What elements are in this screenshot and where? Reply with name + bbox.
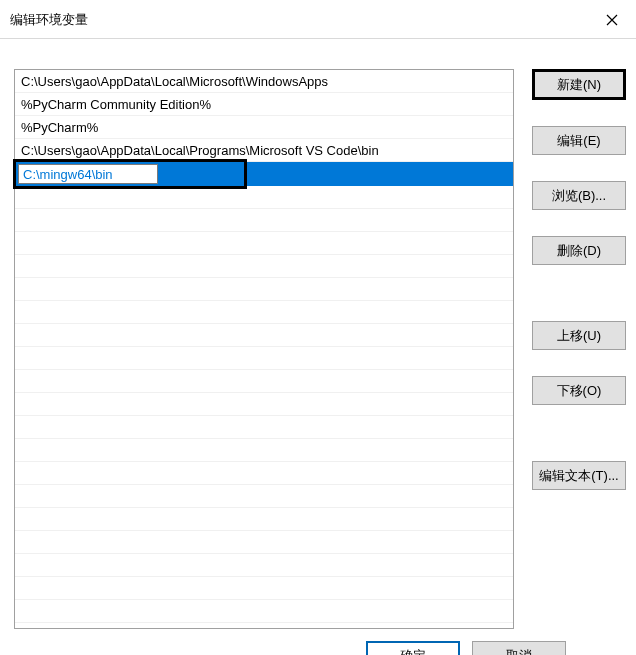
list-item-editing[interactable] [15,162,513,186]
list-item-empty[interactable] [15,577,513,600]
list-item[interactable]: %PyCharm Community Edition% [15,93,513,116]
list-item-empty[interactable] [15,209,513,232]
path-edit-input[interactable] [18,164,158,184]
list-item-empty[interactable] [15,508,513,531]
close-button[interactable] [598,8,626,32]
list-item-empty[interactable] [15,600,513,623]
list-item[interactable]: C:\Users\gao\AppData\Local\Programs\Micr… [15,139,513,162]
list-item-empty[interactable] [15,439,513,462]
list-item-empty[interactable] [15,278,513,301]
ok-button[interactable]: 确定 [366,641,460,655]
titlebar: 编辑环境变量 [0,0,636,39]
list-item-empty[interactable] [15,232,513,255]
footer-buttons: 确定 取消 [366,641,566,655]
list-item-empty[interactable] [15,554,513,577]
list-item-empty[interactable] [15,485,513,508]
list-item[interactable]: %PyCharm% [15,116,513,139]
list-item-empty[interactable] [15,370,513,393]
list-item-empty[interactable] [15,255,513,278]
content-area: C:\Users\gao\AppData\Local\Microsoft\Win… [0,39,636,629]
list-item-empty[interactable] [15,531,513,554]
edit-text-button[interactable]: 编辑文本(T)... [532,461,626,490]
move-up-button[interactable]: 上移(U) [532,321,626,350]
list-item-empty[interactable] [15,393,513,416]
edit-button[interactable]: 编辑(E) [532,126,626,155]
list-item-empty[interactable] [15,324,513,347]
new-button[interactable]: 新建(N) [532,69,626,100]
list-item-empty[interactable] [15,186,513,209]
move-down-button[interactable]: 下移(O) [532,376,626,405]
list-item[interactable]: C:\Users\gao\AppData\Local\Microsoft\Win… [15,70,513,93]
path-list[interactable]: C:\Users\gao\AppData\Local\Microsoft\Win… [14,69,514,629]
button-column: 新建(N) 编辑(E) 浏览(B)... 删除(D) 上移(U) 下移(O) 编… [532,69,626,629]
list-item-empty[interactable] [15,301,513,324]
cancel-button[interactable]: 取消 [472,641,566,655]
list-item-empty[interactable] [15,462,513,485]
browse-button[interactable]: 浏览(B)... [532,181,626,210]
window-title: 编辑环境变量 [10,11,88,29]
list-item-empty[interactable] [15,347,513,370]
delete-button[interactable]: 删除(D) [532,236,626,265]
close-icon [606,14,618,26]
list-item-empty[interactable] [15,416,513,439]
